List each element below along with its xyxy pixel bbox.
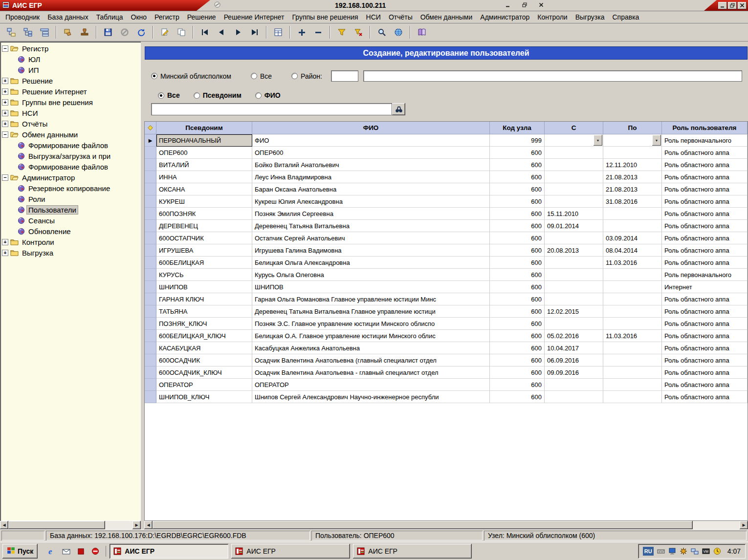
nav-prev-button[interactable] xyxy=(213,25,230,40)
scroll-track[interactable] xyxy=(8,521,132,529)
cell-pseudonym[interactable]: ШНИПОВ xyxy=(156,281,252,293)
cell-fio[interactable]: Гарная Ольга Романовна Главное управлени… xyxy=(252,293,490,305)
cell-fio[interactable]: Белицкая Ольга Александровна xyxy=(252,257,490,269)
menu-item[interactable]: Обмен данными xyxy=(417,12,477,22)
cell-role[interactable]: Роль областного аппа xyxy=(662,244,748,257)
tree-item[interactable]: Роли xyxy=(0,194,141,204)
copy-record-button[interactable] xyxy=(173,25,190,40)
cell-date-from[interactable] xyxy=(545,318,603,330)
cell-date-from[interactable] xyxy=(545,171,603,183)
cell-role[interactable]: Роль областного аппа xyxy=(662,330,748,342)
panel-splitter[interactable] xyxy=(141,42,144,529)
cell-fio[interactable]: Баран Оксана Анатольевна xyxy=(252,183,490,195)
cell-date-from[interactable] xyxy=(545,293,603,305)
cell-role[interactable]: Роль областного аппа xyxy=(662,220,748,232)
table-row[interactable]: КУРУСЬКурусь Ольга Олеговна600Роль перво… xyxy=(145,269,748,281)
cell-role[interactable]: Роль областного аппа xyxy=(662,208,748,220)
cell-role[interactable]: Роль первоначального xyxy=(662,134,748,147)
nav-first-button[interactable] xyxy=(197,25,213,40)
table-row[interactable]: ИГРУШЕВАИгрушева Галина Вадимовна60020.0… xyxy=(145,244,748,257)
cancel-button[interactable] xyxy=(116,25,133,40)
tree-item[interactable]: +НСИ xyxy=(0,108,141,118)
cell-node-code[interactable]: 600 xyxy=(490,318,545,330)
tree-item[interactable]: Формирование файлов xyxy=(0,161,141,172)
expand-minus-icon[interactable]: − xyxy=(2,131,8,138)
cell-date-from[interactable]: ▼ xyxy=(545,134,603,147)
table-row[interactable]: ШНИПОВ_КЛЮЧШнипов Сергей Александрович Н… xyxy=(145,391,748,403)
view-tree-3-button[interactable] xyxy=(36,25,53,40)
window-minimize-button[interactable] xyxy=(718,2,727,9)
scroll-right-icon[interactable]: ▶ xyxy=(132,521,141,529)
cell-node-code[interactable]: 600 xyxy=(490,244,545,257)
menu-item[interactable]: Выгрузка xyxy=(572,12,609,22)
cell-role[interactable]: Роль областного аппа xyxy=(662,147,748,159)
cell-fio[interactable]: Осадчик Валентина Анатольевна (главный с… xyxy=(252,354,490,366)
cell-node-code[interactable]: 600 xyxy=(490,391,545,403)
cell-role[interactable]: Роль областного аппа xyxy=(662,232,748,244)
cell-fio[interactable]: Курусь Ольга Олеговна xyxy=(252,269,490,281)
cell-fio[interactable]: Осадчик Валентина Анатольевна - главный … xyxy=(252,366,490,379)
tree-item[interactable]: Обновление xyxy=(0,226,141,237)
child-minimize-button[interactable] xyxy=(504,1,512,9)
search-mode-radio[interactable]: ФИО xyxy=(255,91,281,99)
menu-item[interactable]: Решение xyxy=(183,12,220,22)
cell-pseudonym[interactable]: КУРУСЬ xyxy=(156,269,252,281)
cell-node-code[interactable]: 600 xyxy=(490,171,545,183)
cell-date-from[interactable] xyxy=(545,159,603,171)
menu-item[interactable]: Окно xyxy=(127,12,151,22)
table-row[interactable]: 600БЕЛИЦКАЯБелицкая Ольга Александровна6… xyxy=(145,257,748,269)
cell-date-from[interactable] xyxy=(545,281,603,293)
table-row[interactable]: ТАТЬЯНАДеревенец Татьяна Витальевна Глав… xyxy=(145,305,748,318)
tree-item[interactable]: +Контроли xyxy=(0,237,141,247)
cell-fio[interactable]: ОПЕР600 xyxy=(252,147,490,159)
edit-record-button[interactable] xyxy=(156,25,173,40)
search-button[interactable] xyxy=(374,25,390,40)
column-header-fio[interactable]: ФИО xyxy=(252,122,490,134)
expand-plus-icon[interactable]: + xyxy=(2,110,8,116)
column-header-pseudonym[interactable]: Псевдоним xyxy=(156,122,252,134)
cell-fio[interactable]: ФИО xyxy=(252,134,490,147)
cell-date-from[interactable] xyxy=(545,183,603,195)
cell-fio[interactable]: ОПЕРАТОР xyxy=(252,379,490,391)
scroll-thumb[interactable] xyxy=(153,521,693,529)
tree-item-selected[interactable]: Пользователи xyxy=(0,204,141,215)
quick-launch-block-button[interactable] xyxy=(90,546,101,557)
cell-date-to[interactable] xyxy=(603,293,662,305)
column-header-date-to[interactable]: По xyxy=(603,122,662,134)
cell-date-to[interactable] xyxy=(603,305,662,318)
cell-pseudonym[interactable]: КУКРЕШ xyxy=(156,195,252,208)
expand-plus-icon[interactable]: + xyxy=(2,99,8,106)
table-row[interactable]: КУКРЕШКукреш Юлия Александровна60031.08.… xyxy=(145,195,748,208)
cell-date-to[interactable] xyxy=(603,269,662,281)
scroll-thumb[interactable] xyxy=(8,521,105,529)
table-row[interactable]: ОКСАНАБаран Оксана Анатольевна60021.08.2… xyxy=(145,183,748,195)
child-restore-button[interactable] xyxy=(520,1,529,9)
cell-pseudonym[interactable]: 600БЕЛИЦКАЯ xyxy=(156,257,252,269)
cell-node-code[interactable]: 600 xyxy=(490,208,545,220)
cell-pseudonym[interactable]: ШНИПОВ_КЛЮЧ xyxy=(156,391,252,403)
tree-item[interactable]: Выгрузка/загрузка и при xyxy=(0,151,141,161)
table-row[interactable]: 600ОСАДЧИК_КЛЮЧОсадчик Валентина Анатоль… xyxy=(145,366,748,379)
cell-date-from[interactable] xyxy=(545,257,603,269)
tray-network-icon[interactable] xyxy=(690,547,699,556)
table-row[interactable]: ▶ПЕРВОНАЧАЛЬНЫЙФИО999▼▼Роль первоначальн… xyxy=(145,134,748,147)
table-row[interactable]: ОПЕР600ОПЕР600600Роль областного аппа xyxy=(145,147,748,159)
cell-date-to[interactable]: ▼ xyxy=(603,134,662,147)
cell-fio[interactable]: Деревенец Татьяна Витальевна Главное упр… xyxy=(252,305,490,318)
expand-plus-icon[interactable]: + xyxy=(2,88,8,95)
table-row[interactable]: КАСАБУЦКАЯКасабуцкая Анжелика Анатольевн… xyxy=(145,342,748,354)
table-row[interactable]: ОПЕРАТОРОПЕРАТОР600Роль областного аппа xyxy=(145,379,748,391)
tray-clock-icon[interactable] xyxy=(713,547,722,556)
tree-item[interactable]: +Отчёты xyxy=(0,118,141,129)
cell-role[interactable]: Роль областного аппа xyxy=(662,195,748,208)
cell-role[interactable]: Роль областного аппа xyxy=(662,342,748,354)
cell-date-to[interactable]: 11.03.2016 xyxy=(603,257,662,269)
view-tree-2-button[interactable] xyxy=(20,25,36,40)
cell-role[interactable]: Роль областного аппа xyxy=(662,293,748,305)
cell-role[interactable]: Роль областного аппа xyxy=(662,257,748,269)
cell-date-to[interactable]: 11.03.2016 xyxy=(603,330,662,342)
cell-role[interactable]: Роль областного аппа xyxy=(662,305,748,318)
cell-pseudonym[interactable]: ДЕРЕВЕНЕЦ xyxy=(156,220,252,232)
cell-date-to[interactable] xyxy=(603,281,662,293)
table-hscrollbar[interactable]: ◀ ▶ xyxy=(144,521,748,529)
